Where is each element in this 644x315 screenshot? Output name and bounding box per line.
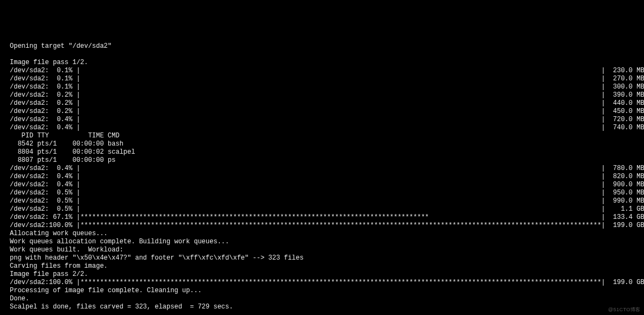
progress-line: /dev/sda2: 67.1% |**********************…: [10, 213, 634, 222]
progress-left: /dev/sda2: 0.5% |: [10, 205, 81, 213]
progress-line: /dev/sda2: 0.1% | | 270.0 MB 04:06 ETA: [10, 75, 634, 83]
output-line: 8542 pts/1 00:00:00 bash: [10, 140, 634, 148]
output-line: 8807 pts/1 00:00:00 ps: [10, 156, 634, 165]
progress-left: /dev/sda2: 0.2% |: [10, 99, 81, 108]
progress-right: | 950.0 MB 11:52 ETA: [601, 189, 644, 197]
progress-left: /dev/sda2: 0.2% |: [10, 91, 81, 99]
progress-line: /dev/sda2: 0.4% | | 780.0 MB 11:17 ETA: [10, 165, 634, 173]
progress-right: | 720.0 MB 11:01 ETA: [601, 116, 644, 124]
progress-line: /dev/sda2: 0.2% | | 440.0 MB 08:31 ETA: [10, 99, 634, 108]
output-line: Image file pass 2/2.: [10, 270, 634, 279]
progress-line: /dev/sda2: 0.5% | | 990.0 MB 12:03 ETA: [10, 197, 634, 205]
progress-left: /dev/sda2: 0.4% |: [10, 116, 81, 124]
progress-left: /dev/sda2:100.0% |: [10, 222, 81, 230]
progress-left: /dev/sda2: 67.1% |: [10, 213, 81, 222]
progress-line: /dev/sda2: 0.2% | | 450.0 MB 08:41 ETA: [10, 108, 634, 116]
output-line: Scalpel is done, files carved = 323, ela…: [10, 303, 634, 311]
output-line: Work queues allocation complete. Buildin…: [10, 238, 634, 246]
progress-bar: [81, 75, 602, 83]
progress-line: /dev/sda2: 0.5% | | 950.0 MB 11:52 ETA: [10, 189, 634, 197]
progress-line: /dev/sda2: 0.2% | | 390.0 MB 07:37 ETA: [10, 91, 634, 99]
progress-bar: [81, 165, 602, 173]
progress-right: | 199.0 GB 00:00 ETA: [601, 279, 644, 287]
progress-left: /dev/sda2: 0.1% |: [10, 67, 81, 75]
progress-left: /dev/sda2: 0.4% |: [10, 173, 81, 181]
progress-line: /dev/sda2: 0.1% | | 300.0 MB 05:15 ETA: [10, 83, 634, 91]
output-line: Allocating work queues...: [10, 230, 634, 238]
progress-bar: [81, 108, 602, 116]
progress-line: /dev/sda2: 0.5% | | 1.1 GB 12:04 ETA: [10, 205, 634, 213]
output-line: Image file pass 1/2.: [10, 59, 634, 67]
output-line: 8804 pts/1 00:00:02 scalpel: [10, 148, 634, 156]
progress-left: /dev/sda2: 0.1% |: [10, 75, 81, 83]
progress-bar: [81, 67, 602, 75]
progress-bar: [81, 205, 602, 213]
progress-right: | 450.0 MB 08:41 ETA: [601, 108, 644, 116]
progress-right: | 900.0 MB 11:37 ETA: [601, 181, 644, 189]
progress-right: | 780.0 MB 11:17 ETA: [601, 165, 644, 173]
progress-left: /dev/sda2: 0.5% |: [10, 189, 81, 197]
progress-left: /dev/sda2:100.0% |: [10, 279, 81, 287]
progress-bar: [81, 173, 602, 181]
progress-right: | 300.0 MB 05:15 ETA: [601, 83, 644, 91]
progress-left: /dev/sda2: 0.5% |: [10, 197, 81, 205]
progress-line: /dev/sda2: 0.4% | | 720.0 MB 11:01 ETA: [10, 116, 634, 124]
output-line: Processing of image file complete. Clean…: [10, 287, 634, 295]
progress-line: /dev/sda2: 0.4% | | 820.0 MB 11:30 ETA: [10, 173, 634, 181]
progress-left: /dev/sda2: 0.4% |: [10, 124, 81, 132]
progress-right: | 133.4 GB 03:57 ETA: [601, 213, 644, 222]
progress-line: /dev/sda2: 0.1% | | 230.0 MB 02:04 ETA: [10, 67, 634, 75]
progress-right: | 230.0 MB 02:04 ETA: [601, 67, 644, 75]
progress-line: /dev/sda2: 0.4% | | 740.0 MB 11:09 ETA: [10, 124, 634, 132]
progress-right: | 440.0 MB 08:31 ETA: [601, 99, 644, 108]
progress-right: | 1.1 GB 12:04 ETA: [601, 205, 644, 213]
progress-right: | 990.0 MB 12:03 ETA: [601, 197, 644, 205]
progress-bar: [81, 181, 602, 189]
output-line: png with header "\x50\x4e\x47?" and foot…: [10, 254, 634, 262]
output-line: Opening target "/dev/sda2": [10, 42, 634, 51]
progress-bar: [81, 189, 602, 197]
output-line: PID TTY TIME CMD: [10, 132, 634, 140]
output-line: Work queues built. Workload:: [10, 246, 634, 254]
progress-bar: ****************************************…: [81, 222, 602, 230]
progress-bar: [81, 91, 602, 99]
progress-right: | 390.0 MB 07:37 ETA: [601, 91, 644, 99]
progress-bar: [81, 124, 602, 132]
progress-left: /dev/sda2: 0.4% |: [10, 181, 81, 189]
progress-line: /dev/sda2:100.0% |**********************…: [10, 222, 634, 230]
watermark: @51CTO博客: [608, 306, 641, 314]
progress-left: /dev/sda2: 0.2% |: [10, 108, 81, 116]
progress-bar: [81, 99, 602, 108]
output-line: [10, 51, 634, 59]
progress-bar: ****************************************…: [81, 279, 602, 287]
output-line: Done.: [10, 295, 634, 303]
progress-right: | 820.0 MB 11:30 ETA: [601, 173, 644, 181]
progress-left: /dev/sda2: 0.4% |: [10, 165, 81, 173]
progress-bar: [81, 83, 602, 91]
progress-line: /dev/sda2:100.0% |**********************…: [10, 279, 634, 287]
output-line: Carving files from image.: [10, 262, 634, 270]
progress-bar: ****************************************…: [81, 213, 602, 222]
terminal-output: Opening target "/dev/sda2" Image file pa…: [10, 42, 634, 311]
progress-bar: [81, 116, 602, 124]
progress-right: | 270.0 MB 04:06 ETA: [601, 75, 644, 83]
progress-right: | 740.0 MB 11:09 ETA: [601, 124, 644, 132]
progress-line: /dev/sda2: 0.4% | | 900.0 MB 11:37 ETA: [10, 181, 634, 189]
progress-right: | 199.0 GB 00:00 ETA: [601, 222, 644, 230]
progress-left: /dev/sda2: 0.1% |: [10, 83, 81, 91]
progress-bar: [81, 197, 602, 205]
